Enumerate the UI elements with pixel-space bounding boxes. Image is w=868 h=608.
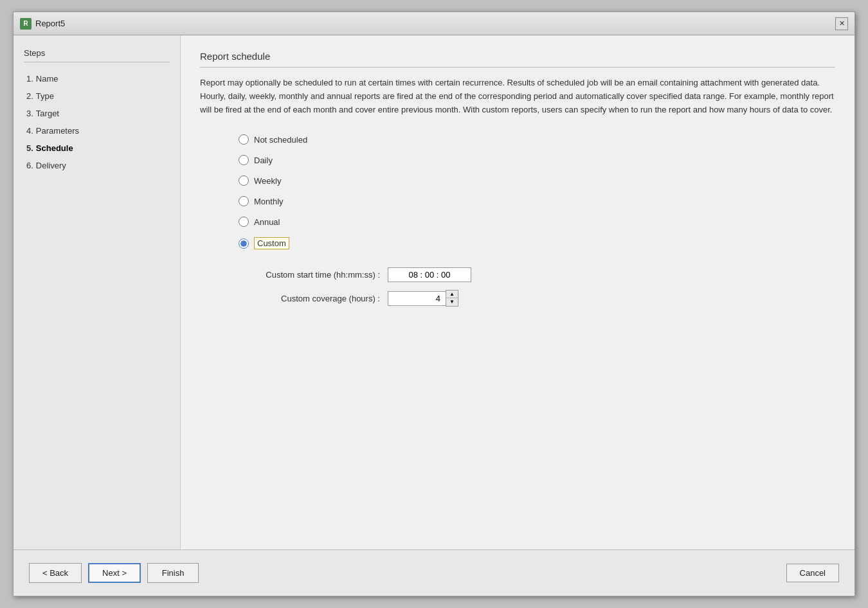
sidebar-item-type: 2. Type [24,87,170,105]
sidebar-item-target: 3. Target [24,105,170,122]
footer-left-buttons: < Back Next > Finish [29,563,199,583]
sidebar-item-parameters: 4. Parameters [24,122,170,139]
sidebar-title: Steps [24,48,170,62]
sidebar-item-schedule: 5. Schedule [24,139,170,157]
start-time-label: Custom start time (hh:mm:ss) : [239,270,380,280]
cancel-button[interactable]: Cancel [786,564,839,582]
start-time-input[interactable] [388,267,471,282]
radio-weekly[interactable]: Weekly [239,175,835,186]
sidebar-item-name: 1. Name [24,70,170,87]
custom-fields: Custom start time (hh:mm:ss) : Custom co… [239,267,835,307]
radio-custom[interactable]: Custom [239,237,835,249]
radio-not-scheduled-label: Not scheduled [254,135,307,145]
next-button[interactable]: Next > [88,563,141,583]
window-title: Report5 [35,19,65,28]
radio-monthly[interactable]: Monthly [239,196,835,206]
close-button[interactable]: ✕ [835,17,848,30]
sidebar: Steps 1. Name 2. Type 3. Target 4. Param… [14,35,181,550]
back-button[interactable]: < Back [29,563,82,583]
title-bar: R Report5 ✕ [14,12,854,35]
radio-annual-label: Annual [254,217,280,227]
radio-monthly-input[interactable] [239,196,249,206]
start-time-row: Custom start time (hh:mm:ss) : [239,267,835,282]
spinner-down-button[interactable]: ▼ [446,298,458,306]
radio-daily-label: Daily [254,156,273,165]
coverage-input[interactable] [388,291,446,306]
step-list: 1. Name 2. Type 3. Target 4. Parameters … [24,70,170,174]
main-panel: Report schedule Report may optionally be… [181,35,854,550]
coverage-row: Custom coverage (hours) : ▲ ▼ [239,290,835,307]
content-area: Steps 1. Name 2. Type 3. Target 4. Param… [14,35,854,550]
radio-annual-input[interactable] [239,217,249,227]
radio-daily-input[interactable] [239,155,249,165]
panel-title: Report schedule [200,51,835,67]
spinner-up-button[interactable]: ▲ [446,291,458,298]
radio-not-scheduled[interactable]: Not scheduled [239,134,835,145]
window-icon: R [20,18,32,30]
radio-monthly-label: Monthly [254,197,284,206]
radio-not-scheduled-input[interactable] [239,134,249,145]
footer: < Back Next > Finish Cancel [14,550,854,596]
radio-custom-input[interactable] [239,238,249,249]
radio-custom-label: Custom [254,237,289,249]
description-text: Report may optionally be scheduled to ru… [200,76,835,116]
radio-annual[interactable]: Annual [239,217,835,227]
main-window: R Report5 ✕ Steps 1. Name 2. Type 3. Tar [13,12,855,596]
radio-daily[interactable]: Daily [239,155,835,165]
finish-button[interactable]: Finish [147,563,199,583]
schedule-radio-group: Not scheduled Daily Weekly Monthly Annua… [239,134,835,249]
coverage-spinner: ▲ ▼ [388,290,458,307]
radio-weekly-input[interactable] [239,175,249,186]
radio-weekly-label: Weekly [254,176,281,186]
coverage-label: Custom coverage (hours) : [239,294,380,303]
title-bar-left: R Report5 [20,18,65,30]
sidebar-item-delivery: 6. Delivery [24,157,170,174]
spinner-buttons: ▲ ▼ [446,290,458,307]
